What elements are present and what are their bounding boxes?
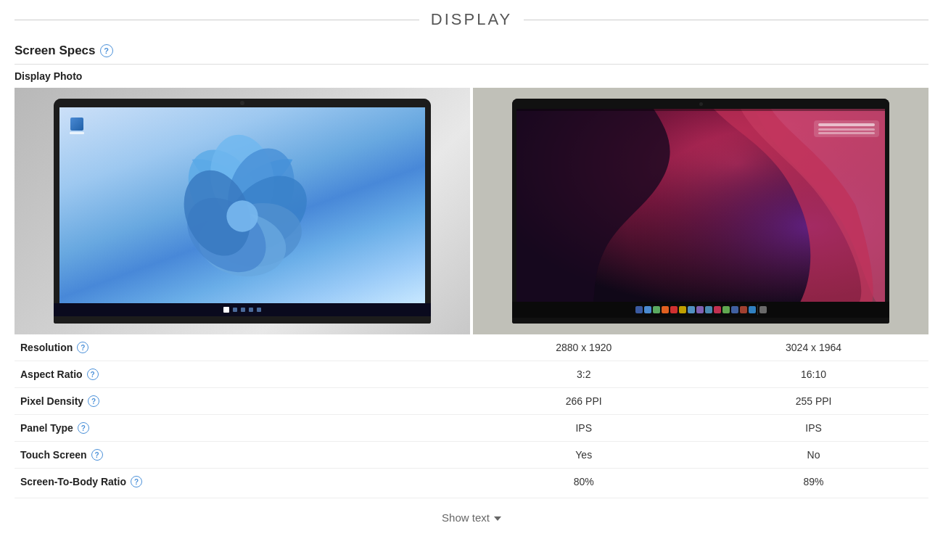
screen-specs-heading: Screen Specs ? [15,44,928,58]
display-section-header: DISPLAY [0,0,943,36]
laptop-left-wrapper [54,99,431,324]
dock-icon-9 [705,306,712,313]
dock-icon-5 [670,306,678,313]
desktop-icon [70,118,84,134]
spec-value-right: 255 PPI [699,388,928,415]
photo-comparison-row [15,88,928,334]
dock-icon-10 [714,306,721,313]
dock-icon-1 [635,306,643,313]
spec-label-cell: Panel Type ? [15,415,469,442]
spec-value-left: 80% [469,469,699,495]
spec-help-icon[interactable]: ? [88,395,99,407]
photo-right-mac [473,88,928,334]
spec-help-icon[interactable]: ? [131,476,142,487]
dock-icon-11 [722,306,730,313]
webcam-dot [240,101,244,105]
screen-specs-help-icon[interactable]: ? [100,44,113,57]
section-title: DISPLAY [431,10,512,29]
laptop-left-screen [59,107,425,303]
show-text-row: Show text [15,498,928,535]
svg-rect-11 [516,109,885,111]
bezel-top [54,99,431,107]
spec-label-cell: Pixel Density ? [15,388,469,415]
table-row: Touch Screen ?YesNo [15,442,928,469]
notif-line-3 [818,132,875,134]
header-line-left [15,20,419,20]
dock-icon-12 [731,306,738,313]
taskbar-item-2 [241,308,245,312]
notif-line-2 [818,128,875,131]
spec-value-left: 2880 x 1920 [469,334,699,361]
mac-bezel-bottom [512,318,889,324]
spec-help-icon[interactable]: ? [87,368,99,380]
spec-value-right: No [699,442,928,469]
display-photo-label: Display Photo [15,70,928,82]
spec-value-left: 266 PPI [469,388,699,415]
spec-help-icon[interactable]: ? [91,449,103,461]
taskbar-item-3 [249,308,253,312]
screen-specs-section: Screen Specs ? Display Photo [0,36,943,535]
spec-value-left: IPS [469,415,699,442]
start-button [223,307,229,313]
spec-label: Aspect Ratio ? [20,368,463,380]
spec-label-cell: Screen-To-Body Ratio ? [15,469,469,495]
mac-webcam [699,102,703,106]
spec-value-right: IPS [699,415,928,442]
svg-point-8 [226,200,258,231]
spec-value-right: 89% [699,469,928,495]
section-divider [15,64,928,65]
dock-separator [757,305,758,315]
win11-flower-svg [148,122,337,303]
spec-label: Resolution ? [20,342,463,353]
mac-bezel-top [512,99,889,109]
laptop-left-container [15,88,470,334]
table-row: Aspect Ratio ?3:216:10 [15,361,928,388]
spec-help-icon[interactable]: ? [78,422,89,434]
specs-table: Resolution ?2880 x 19203024 x 1964Aspect… [15,334,928,495]
laptop-right-body [512,99,889,324]
dock-icon-13 [740,306,747,313]
table-row: Pixel Density ?266 PPI255 PPI [15,388,928,415]
spec-label: Screen-To-Body Ratio ? [20,476,463,487]
icon-label [70,132,84,134]
dock-icon-4 [662,306,669,313]
spec-label-cell: Aspect Ratio ? [15,361,469,388]
dock-icon-6 [679,306,686,313]
dock-icon-7 [688,306,695,313]
laptop-right-container [473,88,928,334]
taskbar-item-1 [233,308,237,312]
spec-label: Touch Screen ? [20,449,463,461]
spec-value-left: Yes [469,442,699,469]
spec-value-right: 16:10 [699,361,928,388]
spec-value-left: 3:2 [469,361,699,388]
chevron-down-icon [494,516,501,521]
icon-square [70,118,83,131]
show-text-label: Show text [442,511,490,524]
table-row: Screen-To-Body Ratio ?80%89% [15,469,928,495]
photo-left-windows [15,88,470,334]
spec-label-cell: Resolution ? [15,334,469,361]
macos-wallpaper-svg [516,109,885,302]
mac-dock [512,302,889,318]
laptop-right-wrapper [512,99,889,324]
taskbar-item-4 [257,308,261,312]
show-text-button[interactable]: Show text [442,511,501,524]
spec-label-cell: Touch Screen ? [15,442,469,469]
mac-notification [814,120,879,137]
page-container: DISPLAY Screen Specs ? Display Photo [0,0,943,535]
dock-icon-trash [759,306,767,313]
spec-label: Pixel Density ? [20,395,463,407]
notif-line-1 [818,123,875,126]
table-row: Resolution ?2880 x 19203024 x 1964 [15,334,928,361]
mac-screen [516,109,885,302]
screen-specs-label: Screen Specs [15,44,96,58]
header-line-right [524,20,928,20]
win-taskbar [54,303,431,316]
dock-icon-8 [696,306,704,313]
bezel-bottom [54,316,431,324]
dock-icon-2 [644,306,651,313]
spec-help-icon[interactable]: ? [77,342,88,353]
laptop-left-body [54,99,431,324]
dock-icon-14 [749,306,756,313]
spec-value-right: 3024 x 1964 [699,334,928,361]
